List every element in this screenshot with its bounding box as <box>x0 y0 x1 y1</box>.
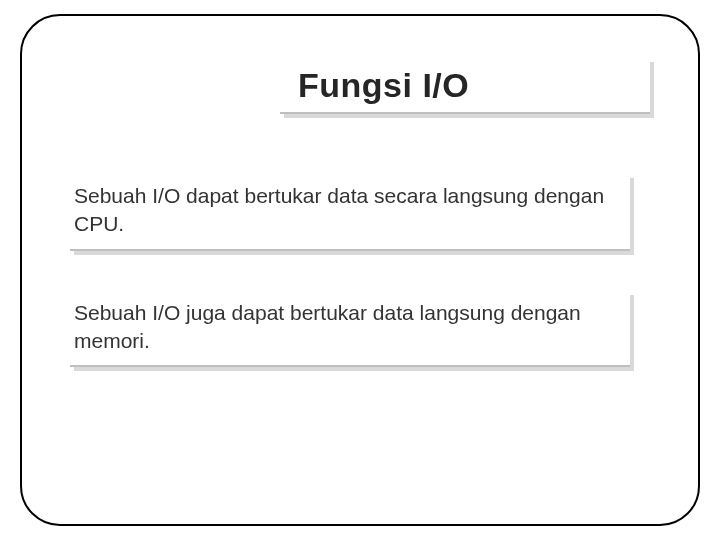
slide-title: Fungsi I/O <box>298 66 469 105</box>
paragraph-front: Sebuah I/O juga dapat bertukar data lang… <box>70 291 630 368</box>
paragraph-block: Sebuah I/O juga dapat bertukar data lang… <box>70 291 630 368</box>
title-front: Fungsi I/O <box>280 58 650 114</box>
paragraph-text: Sebuah I/O dapat bertukar data secara la… <box>74 184 604 235</box>
title-block: Fungsi I/O <box>280 58 650 114</box>
paragraph-block: Sebuah I/O dapat bertukar data secara la… <box>70 174 630 251</box>
paragraph-front: Sebuah I/O dapat bertukar data secara la… <box>70 174 630 251</box>
slide-frame: Fungsi I/O Sebuah I/O dapat bertukar dat… <box>20 14 700 526</box>
paragraph-text: Sebuah I/O juga dapat bertukar data lang… <box>74 301 581 352</box>
